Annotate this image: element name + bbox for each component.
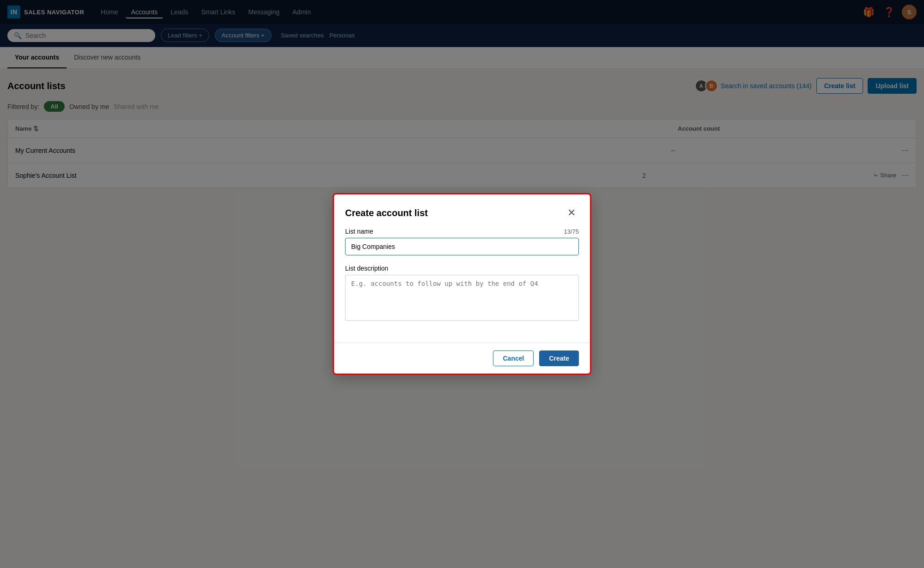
list-name-counter: 13/75	[564, 228, 579, 235]
dialog-header: Create account list ✕	[334, 194, 590, 228]
dialog-title: Create account list	[345, 208, 428, 218]
list-description-field-group: List description	[345, 265, 579, 322]
dialog-footer: Cancel Create	[334, 343, 590, 346]
list-name-field-group: List name 13/75	[345, 228, 579, 255]
create-account-list-dialog: Create account list ✕ List name 13/75 Li…	[333, 193, 591, 346]
list-description-label: List description	[345, 265, 388, 272]
list-description-label-row: List description	[345, 265, 579, 272]
list-name-label-row: List name 13/75	[345, 228, 579, 235]
list-description-textarea[interactable]	[345, 275, 579, 321]
modal-overlay: Create account list ✕ List name 13/75 Li…	[0, 0, 924, 346]
list-name-input[interactable]	[345, 238, 579, 255]
list-name-label: List name	[345, 228, 373, 235]
dialog-body: List name 13/75 List description	[334, 228, 590, 343]
dialog-close-button[interactable]: ✕	[564, 205, 579, 220]
